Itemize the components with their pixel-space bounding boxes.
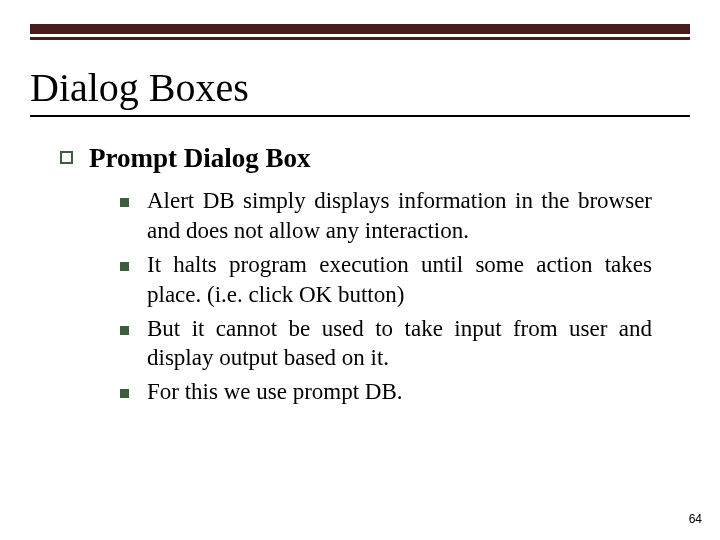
list-item: Alert DB simply displays information in … — [120, 186, 690, 246]
slide-title: Dialog Boxes — [30, 64, 690, 111]
list-item: It halts program execution until some ac… — [120, 250, 690, 310]
slide: Dialog Boxes Prompt Dialog Box Alert DB … — [0, 0, 720, 540]
list-item: But it cannot be used to take input from… — [120, 314, 690, 374]
content-area: Prompt Dialog Box Alert DB simply displa… — [30, 143, 690, 407]
square-outline-icon — [60, 151, 73, 164]
bullet-text: Alert DB simply displays information in … — [147, 186, 652, 246]
top-rule-thick — [30, 24, 690, 34]
title-underline — [30, 115, 690, 117]
square-bullet-icon — [120, 198, 129, 207]
square-bullet-icon — [120, 326, 129, 335]
subtitle-text: Prompt Dialog Box — [89, 143, 311, 174]
square-bullet-icon — [120, 262, 129, 271]
top-rule-thin — [30, 37, 690, 40]
bullet-text: But it cannot be used to take input from… — [147, 314, 652, 374]
list-item: For this we use prompt DB. — [120, 377, 690, 407]
square-bullet-icon — [120, 389, 129, 398]
subtitle-row: Prompt Dialog Box — [60, 143, 690, 174]
bullet-list: Alert DB simply displays information in … — [60, 186, 690, 407]
page-number: 64 — [689, 512, 702, 526]
bullet-text: It halts program execution until some ac… — [147, 250, 652, 310]
bullet-text: For this we use prompt DB. — [147, 377, 403, 407]
